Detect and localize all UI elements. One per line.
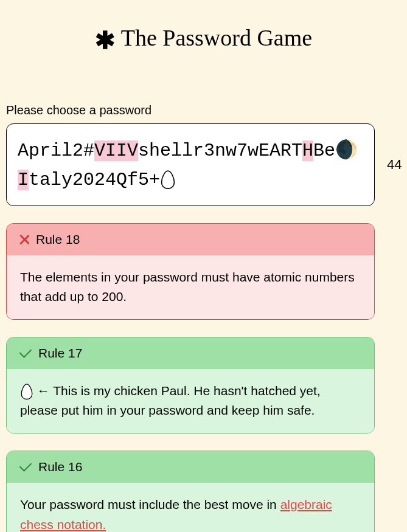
- rule-body: ← This is my chicken Paul. He hasn't hat…: [7, 369, 374, 433]
- rule-body: The elements in your password must have …: [7, 255, 374, 319]
- highlighted-char: H: [302, 140, 313, 161]
- password-prompt: Please choose a password: [6, 103, 401, 117]
- password-input[interactable]: April2#VIIVshellr3nw7wEARTHBe🌒Italy2024Q…: [6, 123, 375, 206]
- check-icon: [19, 461, 32, 472]
- rule-header: Rule 18: [7, 224, 374, 255]
- rule-header-text: Rule 17: [38, 346, 82, 361]
- rule-card-16: Rule 16Your password must include the be…: [6, 451, 375, 532]
- moon-emoji: 🌒: [335, 139, 358, 160]
- rule-header-text: Rule 18: [36, 232, 80, 247]
- chess-notation-link[interactable]: algebraic chess notation.: [20, 497, 332, 531]
- rule-header: Rule 17: [7, 337, 374, 369]
- rule-card-18: Rule 18The elements in your password mus…: [6, 223, 375, 320]
- rule-header: Rule 16: [7, 451, 374, 483]
- password-row: April2#VIIVshellr3nw7wEARTHBe🌒Italy2024Q…: [6, 123, 401, 206]
- char-count: 44: [387, 157, 402, 173]
- egg-icon: [20, 384, 33, 399]
- rule-card-17: Rule 17 ← This is my chicken Paul. He ha…: [6, 337, 375, 434]
- x-icon: [19, 234, 30, 245]
- rule-body: Your password must include the best move…: [7, 483, 374, 532]
- highlighted-char: VIIV: [94, 140, 138, 161]
- egg-icon: [160, 170, 176, 189]
- check-icon: [19, 348, 32, 359]
- title-text: The Password Game: [121, 25, 312, 50]
- highlighted-char: I: [18, 170, 29, 190]
- page-title: ✱ The Password Game: [6, 24, 401, 55]
- rule-header-text: Rule 16: [38, 460, 82, 474]
- asterisk-icon: ✱: [95, 27, 116, 54]
